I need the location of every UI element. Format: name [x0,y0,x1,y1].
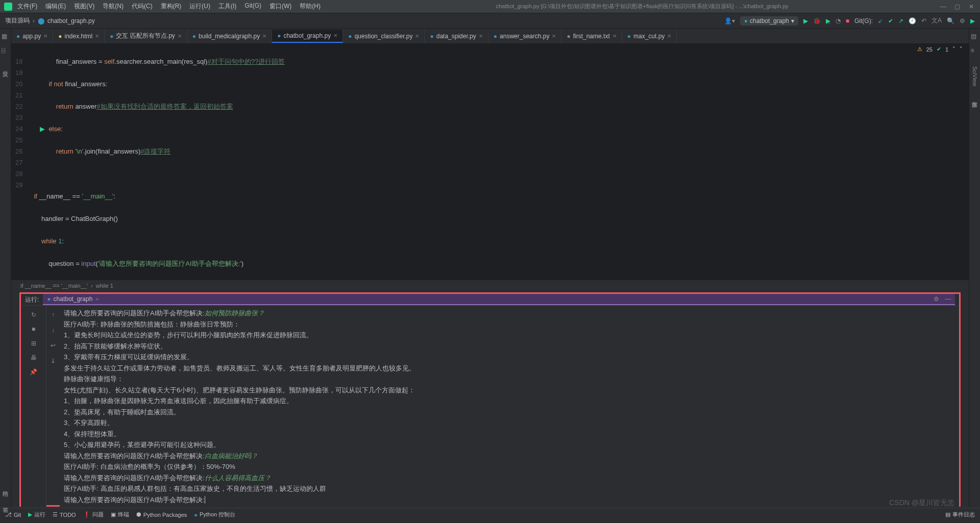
structure-icon[interactable]: ⌸ [2,47,10,55]
code-content[interactable]: final_answers = self.searcher.search_mai… [30,44,969,280]
profile-icon[interactable]: ◔ [836,17,841,24]
tab-max_cut-py[interactable]: ●max_cut.py✕ [622,30,677,42]
tab-app-py[interactable]: ●app.py✕ [11,30,53,42]
minimize-icon[interactable]: — [940,3,947,10]
play-icon[interactable]: ▶ [970,17,975,24]
crumb-item[interactable]: while 1 [96,283,113,289]
menu-refactor[interactable]: 重构(R) [158,1,185,12]
tab-first_name-txt[interactable]: ●first_name.txt✕ [561,30,622,42]
sb-todo[interactable]: ☰TODO [53,511,76,518]
git-rollback-icon[interactable]: ↶ [921,17,926,24]
sciview-tab[interactable]: SciView [972,66,978,86]
python-icon: ● [194,512,198,518]
translate-icon[interactable]: 文A [932,16,942,25]
console-line: 3、穿戴带有压力梯度可以延缓病情的发展。 [64,352,955,363]
crumb-item[interactable]: if __name__ == '__main__' [20,283,88,289]
sb-events[interactable]: ▤事件日志 [945,511,975,518]
run-tool-window: 运行: ● chatbot_graph ✕ ⚙ — ↻ ■ ⊞ 🖶 📌 [19,292,961,507]
sb-git[interactable]: ⎇Git [5,511,21,518]
menu-tools[interactable]: 工具(I) [215,1,239,12]
close-icon[interactable]: ✕ [95,296,99,302]
close-icon[interactable]: ✕ [552,33,556,39]
py-icon: ● [277,32,281,39]
console-output[interactable]: 请输入您所要咨询的问题医疗AI助手会帮您解决:如何预防静脉曲张？医疗AI助手: … [60,306,959,507]
git-commit-icon[interactable]: ✔ [888,17,893,24]
menu-navigate[interactable]: 导航(N) [100,1,127,12]
maximize-icon[interactable]: ▢ [954,3,962,10]
close-icon[interactable]: ✕ [969,3,976,10]
code-editor[interactable]: 18192021222324▶2526272829 final_answers … [11,44,969,280]
tab-answer_search-py[interactable]: ●answer_search.py✕ [488,30,562,42]
stop-icon[interactable]: ■ [26,323,41,335]
menu-edit[interactable]: 编辑(E) [42,1,69,12]
close-icon[interactable]: ✕ [333,33,337,38]
app-logo [4,3,12,11]
print-icon[interactable]: 🖶 [26,352,41,364]
pin-icon[interactable]: 📌 [26,366,41,378]
settings-icon[interactable]: ⚙ [960,17,965,24]
layout-icon[interactable]: ⊞ [26,337,41,350]
hide-icon[interactable]: — [945,295,951,303]
down-icon[interactable]: ↓ [45,324,61,336]
menu-window[interactable]: 窗口(W) [266,1,295,12]
close-icon[interactable]: ✕ [178,33,182,39]
menu-code[interactable]: 代码(C) [129,1,156,12]
chevron-up-icon[interactable]: ˄ [952,46,955,53]
py-icon: ● [16,33,20,40]
gear-icon[interactable]: ⚙ [934,295,939,303]
run-config-selector[interactable]: ● chatbot_graph ▾ [740,16,798,26]
py-icon: ● [348,33,352,40]
wrap-icon[interactable]: ↩ [45,339,61,352]
tab-question_classifier-py[interactable]: ●question_classifier.py✕ [343,30,425,42]
close-icon[interactable]: ✕ [612,33,617,39]
close-icon[interactable]: ✕ [43,33,47,39]
console-line: 多发生于持久站立工作或重体力劳动者，如售货员、教师及搬运工、军人等。女性生育多胎… [64,363,955,374]
chevron-down-icon[interactable]: ˅ [960,46,963,53]
stop-icon[interactable]: ■ [846,17,849,24]
git-update-icon[interactable]: ↙ [878,17,883,24]
git-push-icon[interactable]: ↗ [898,17,903,24]
database-icon[interactable]: ≡ [971,47,979,55]
scroll-icon[interactable]: ⤓ [45,355,61,367]
run-tab[interactable]: ● chatbot_graph ✕ ⚙ — [43,294,955,305]
user-icon[interactable]: 👤▾ [724,17,735,24]
tab--py[interactable]: ●交互 匹配所有节点.py✕ [105,29,187,43]
close-icon[interactable]: ✕ [667,33,671,39]
tab-chatbot_graph-py[interactable]: ●chatbot_graph.py✕ [272,30,343,43]
menu-file[interactable]: 文件(F) [14,1,40,12]
sb-packages[interactable]: ⬢Python Packages [136,511,187,518]
close-icon[interactable]: ✕ [415,33,419,39]
editor-inspection-status[interactable]: ⚠25 ✔1 ˄ ˅ [917,46,963,53]
menu-help[interactable]: 帮助(H) [297,1,324,12]
sb-console[interactable]: ●Python 控制台 [194,511,235,518]
menu-git[interactable]: Git(G) [241,1,264,12]
up-icon[interactable]: ↑ [45,309,61,321]
tab-index-html[interactable]: ●index.html✕ [53,30,105,42]
console-line: 医疗AI助手: 高血压的易感人群包括：有高血压家族史，不良的生活习惯，缺乏运动的… [64,483,955,494]
breadcrumb-file[interactable]: chatbot_graph.py [47,17,95,24]
project-icon[interactable]: ▦ [2,33,10,41]
chevron-down-icon: ▾ [791,17,794,24]
git-history-icon[interactable]: 🕘 [909,17,916,24]
rerun-icon[interactable]: ↻ [26,309,41,321]
notifications-icon[interactable]: ▤ [971,33,979,41]
menu-run[interactable]: 运行(U) [186,1,213,12]
close-icon[interactable]: ✕ [95,33,99,39]
tab-build_medicalgraph-py[interactable]: ●build_medicalgraph.py✕ [187,30,272,42]
menu-view[interactable]: 视图(V) [71,1,97,12]
run-gutter-icon[interactable]: ▶ [40,123,45,135]
close-icon[interactable]: ✕ [262,33,266,39]
debug-icon[interactable]: 🐞 [813,17,821,24]
console-line: 静脉曲张健康指导： [64,373,955,385]
coverage-icon[interactable]: ▶̤ [826,17,830,24]
breadcrumb-root[interactable]: 项目源码 [5,16,30,25]
sb-problems[interactable]: ❗问题 [83,511,104,518]
search-icon[interactable]: 🔍 [947,17,954,24]
run-icon[interactable]: ▶ [803,17,808,24]
sb-terminal[interactable]: ▣终端 [111,511,129,518]
close-icon[interactable]: ✕ [479,33,483,39]
sb-run[interactable]: ▶运行 [28,511,45,518]
console-line: 请输入您所要咨询的问题医疗AI助手会帮您解决:白血病能治好吗？ [64,451,955,462]
tab-data_spider-py[interactable]: ●data_spider.py✕ [425,30,488,42]
html-icon: ● [58,33,62,40]
